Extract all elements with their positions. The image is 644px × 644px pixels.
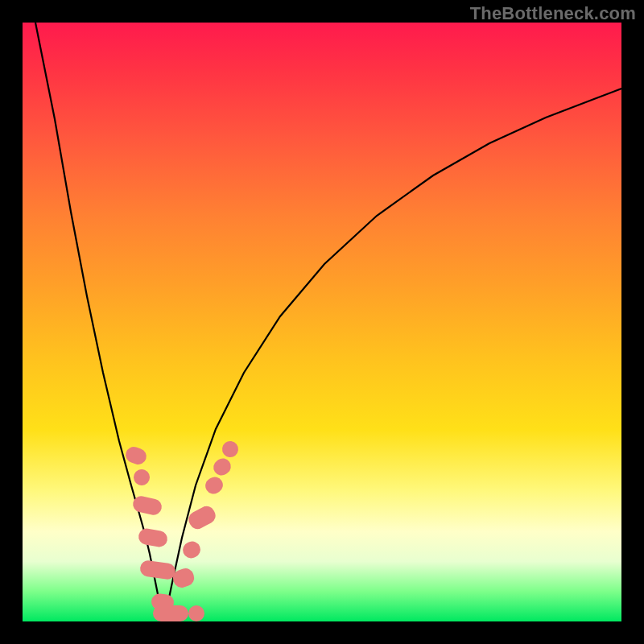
data-marker <box>153 605 188 621</box>
curve-svg <box>23 23 621 621</box>
chart-frame <box>23 23 621 621</box>
bottleneck-curve <box>35 23 621 621</box>
data-marker <box>188 605 204 621</box>
watermark-text: TheBottleneck.com <box>470 3 636 24</box>
